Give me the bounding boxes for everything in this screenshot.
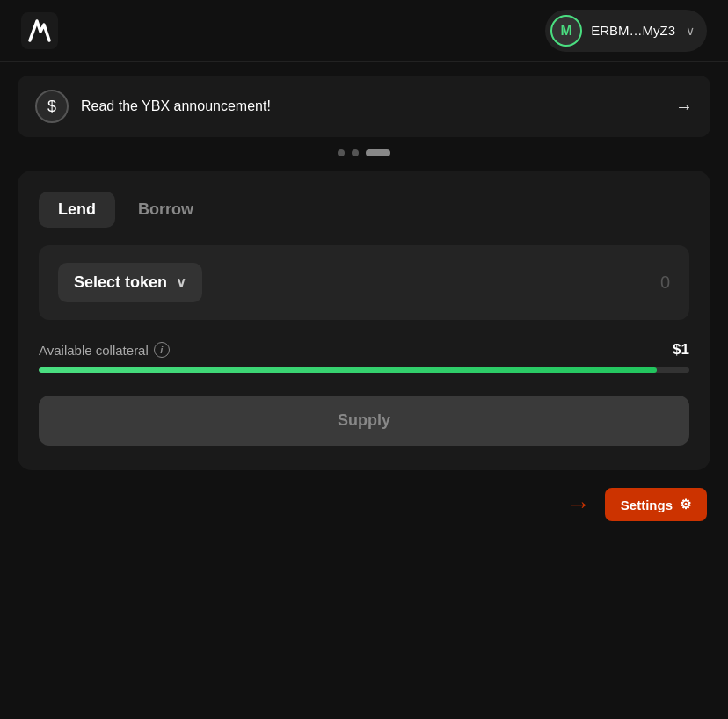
token-row: Select token ∨ 0 <box>39 245 689 320</box>
main-card: Lend Borrow Select token ∨ 0 Available c… <box>18 171 710 470</box>
select-token-button[interactable]: Select token ∨ <box>58 263 202 302</box>
banner-container: $ Read the YBX announcement! → <box>0 62 728 137</box>
collateral-section: Available collateral i $1 <box>39 341 689 373</box>
header: M ERBM…MyZ3 ∨ <box>0 0 728 62</box>
tab-borrow[interactable]: Borrow <box>119 192 213 228</box>
collateral-value: $1 <box>673 341 689 359</box>
pagination-dot-1[interactable] <box>338 149 345 156</box>
token-amount: 0 <box>660 272 670 293</box>
settings-button[interactable]: Settings ⚙ <box>605 488 707 521</box>
chevron-down-icon: ∨ <box>686 24 695 38</box>
banner-text: Read the YBX announcement! <box>81 98 271 114</box>
pagination-dot-2[interactable] <box>352 149 359 156</box>
settings-label: Settings <box>621 497 673 512</box>
collateral-progress-fill <box>39 367 657 373</box>
tabs: Lend Borrow <box>39 192 689 228</box>
select-token-label: Select token <box>74 273 167 292</box>
logo-icon <box>21 12 58 49</box>
supply-button[interactable]: Supply <box>39 396 689 446</box>
ybx-icon: $ <box>35 90 69 123</box>
wallet-address: ERBM…MyZ3 <box>591 23 675 38</box>
token-chevron-icon: ∨ <box>176 274 186 291</box>
avatar: M <box>550 15 582 47</box>
logo <box>21 12 58 49</box>
collateral-label: Available collateral i <box>39 342 170 358</box>
bottom-bar: → Settings ⚙ <box>0 470 728 521</box>
collateral-label-text: Available collateral <box>39 343 149 358</box>
collateral-progress-track <box>39 367 689 373</box>
collateral-row: Available collateral i $1 <box>39 341 689 359</box>
pagination <box>0 137 728 163</box>
settings-arrow-icon: → <box>566 490 591 519</box>
wallet-area[interactable]: M ERBM…MyZ3 ∨ <box>545 10 707 52</box>
banner-left: $ Read the YBX announcement! <box>35 90 271 123</box>
gear-icon: ⚙ <box>680 497 691 512</box>
pagination-dot-3-active[interactable] <box>366 149 390 156</box>
banner-arrow-icon: → <box>675 97 693 117</box>
collateral-info-icon[interactable]: i <box>154 342 170 358</box>
announcement-banner[interactable]: $ Read the YBX announcement! → <box>18 76 710 137</box>
tab-lend[interactable]: Lend <box>39 192 115 228</box>
